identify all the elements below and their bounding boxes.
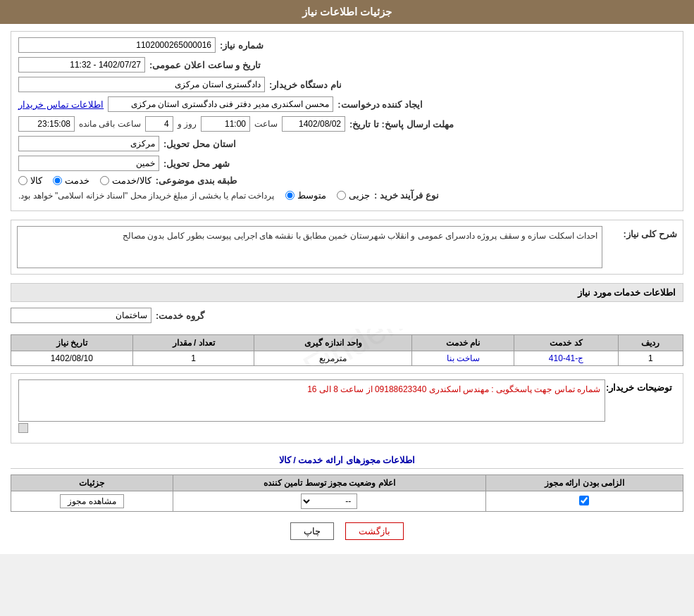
category-label: طبقه بندی موضوعی:: [156, 175, 237, 186]
process-row: نوع فرآیند خرید : جزیی متوسط پرداخت تمام…: [18, 190, 676, 201]
category-kala-khadamat-item: کالا/خدمت: [100, 175, 151, 186]
deadline-date-input[interactable]: [282, 116, 345, 132]
city-row: شهر محل تحویل:: [18, 156, 676, 171]
niaaz-number-row: شماره نیاز:: [18, 37, 676, 53]
deadline-days-input[interactable]: [145, 116, 173, 132]
buyer-desc-container: شماره تماس جهت پاسخگویی : مهندس اسکندری …: [18, 379, 605, 433]
buyer-desc-label: توضیحات خریدار:: [605, 382, 676, 393]
license-section-header: اطلاعات مجوزهای ارائه خدمت / کالا: [11, 452, 683, 469]
license-required-checkbox[interactable]: [579, 496, 589, 505]
cell-code: ج-41-410: [514, 351, 619, 366]
category-kala-radio[interactable]: [18, 176, 27, 185]
niaaz-number-input[interactable]: [18, 37, 216, 53]
services-table: ردیف کد خدمت نام خدمت واحد اندازه گیری ت…: [11, 334, 683, 366]
org-input[interactable]: [18, 77, 265, 92]
lic-cell-required: [485, 491, 683, 512]
cell-unit: مترمربع: [254, 351, 412, 366]
creator-row: ایجاد کننده درخواست: اطلاعات تماس خریدار: [18, 96, 676, 112]
announce-label: تاریخ و ساعت اعلان عمومی:: [149, 60, 261, 70]
creator-input[interactable]: [108, 96, 333, 112]
category-kala-item: کالا: [18, 175, 42, 186]
print-button[interactable]: چاپ: [290, 522, 334, 540]
category-khadamat-item: خدمت: [53, 175, 89, 186]
group-label: گروه خدمت:: [156, 310, 204, 321]
services-title: اطلاعات خدمات مورد نیاز: [11, 283, 683, 302]
deadline-remaining-input[interactable]: [18, 116, 75, 132]
col-header-unit: واحد اندازه گیری: [254, 335, 412, 351]
page-title: جزئیات اطلاعات نیاز: [302, 6, 392, 18]
cell-row: 1: [618, 351, 683, 366]
process-motavaset-radio[interactable]: [285, 191, 295, 200]
announce-row: تاریخ و ساعت اعلان عمومی:: [18, 57, 676, 73]
category-kala-khadamat-label: کالا/خدمت: [112, 175, 151, 186]
buyer-desc-section: توضیحات خریدار: شماره تماس جهت پاسخگویی …: [11, 373, 683, 444]
bottom-buttons: بازگشت چاپ: [11, 522, 683, 540]
process-radio-group: جزیی متوسط: [285, 190, 370, 201]
process-motavaset-item: متوسط: [285, 190, 326, 201]
col-header-name: نام خدمت: [412, 335, 514, 351]
license-show-button[interactable]: مشاهده مجوز: [60, 494, 123, 508]
process-jozei-label: جزیی: [349, 190, 370, 201]
services-section: اطلاعات خدمات مورد نیاز گروه خدمت: AnaFi…: [11, 283, 683, 366]
col-header-row: ردیف: [618, 335, 683, 351]
page-header: جزئیات اطلاعات نیاز: [0, 0, 694, 24]
province-input[interactable]: [18, 136, 159, 151]
process-motavaset-label: متوسط: [297, 190, 326, 201]
province-label: استان محل تحویل:: [163, 139, 236, 149]
deadline-label: مهلت ارسال پاسخ: تا تاریخ:: [349, 119, 454, 130]
process-note: پرداخت تمام یا بخشی از مبلغ خریداز محل "…: [18, 191, 274, 201]
category-radio-group: کالا/خدمت خدمت کالا: [18, 175, 151, 186]
table-row: 1 ج-41-410 ساخت بنا مترمربع 1 1402/08/10: [11, 351, 683, 366]
lic-col-details: جزئیات: [11, 475, 173, 491]
process-label: نوع فرآیند خرید :: [374, 190, 439, 201]
lic-cell-details: مشاهده مجوز: [11, 491, 173, 512]
creator-contact-link[interactable]: اطلاعات تماس خریدار: [18, 99, 104, 110]
back-button[interactable]: بازگشت: [345, 522, 404, 540]
deadline-row: مهلت ارسال پاسخ: تا تاریخ: ساعت روز و سا…: [18, 116, 676, 132]
process-jozei-radio[interactable]: [337, 191, 346, 200]
category-khadamat-label: خدمت: [65, 175, 89, 186]
process-jozei-item: جزیی: [337, 190, 370, 201]
license-status-select[interactable]: --: [301, 494, 357, 509]
announce-value-input[interactable]: [18, 57, 145, 73]
province-row: استان محل تحویل:: [18, 136, 676, 151]
desc-section: شرح کلی نیاز: احداث اسکلت سازه و سقف پرو…: [11, 220, 683, 275]
license-table: الزامی بودن ارائه مجوز اعلام وضعیت مجوز …: [11, 474, 683, 512]
lic-cell-status: --: [173, 491, 485, 512]
license-title: اطلاعات مجوزهای ارائه خدمت / کالا: [279, 455, 416, 465]
category-row: طبقه بندی موضوعی: کالا/خدمت خدمت کالا: [18, 175, 676, 186]
city-label: شهر محل تحویل:: [163, 158, 230, 169]
city-input[interactable]: [18, 156, 159, 171]
col-header-code: کد خدمت: [514, 335, 619, 351]
col-header-date: تاریخ نیاز: [11, 335, 133, 351]
lic-col-status: اعلام وضعیت مجوز توسط تامین کننده: [173, 475, 485, 491]
org-label: نام دستگاه خریدار:: [269, 80, 342, 90]
deadline-time-input[interactable]: [201, 116, 250, 132]
deadline-days-label: روز و: [178, 119, 197, 129]
category-kala-label: کالا: [30, 175, 42, 186]
col-header-qty: تعداد / مقدار: [132, 335, 254, 351]
buyer-desc-value: شماره تماس جهت پاسخگویی : مهندس اسکندری …: [18, 379, 605, 422]
cell-name: ساخت بنا: [412, 351, 514, 366]
license-section: الزامی بودن ارائه مجوز اعلام وضعیت مجوز …: [11, 474, 683, 512]
group-input[interactable]: [11, 308, 151, 323]
niaaz-number-label: شماره نیاز:: [220, 40, 264, 51]
lic-col-required: الزامی بودن ارائه مجوز: [485, 475, 683, 491]
org-row: نام دستگاه خریدار:: [18, 77, 676, 92]
main-info-section: شماره نیاز: تاریخ و ساعت اعلان عمومی: نا…: [11, 31, 683, 211]
buyer-desc-row: توضیحات خریدار: شماره تماس جهت پاسخگویی …: [18, 379, 676, 433]
desc-row: شرح کلی نیاز: احداث اسکلت سازه و سقف پرو…: [17, 226, 677, 268]
creator-label: ایجاد کننده درخواست:: [337, 99, 423, 110]
cell-qty: 1: [132, 351, 254, 366]
category-khadamat-radio[interactable]: [53, 176, 62, 185]
deadline-time-label: ساعت: [254, 119, 278, 129]
group-row: گروه خدمت:: [11, 308, 683, 323]
license-row: -- مشاهده مجوز: [11, 491, 683, 512]
deadline-remaining-label: ساعت باقی مانده: [79, 119, 141, 129]
category-kala-khadamat-radio[interactable]: [100, 176, 109, 185]
resize-handle: [18, 423, 28, 433]
cell-date: 1402/08/10: [11, 351, 133, 366]
desc-value: احداث اسکلت سازه و سقف پروژه دادسرای عمو…: [17, 226, 602, 268]
desc-label: شرح کلی نیاز:: [607, 229, 677, 239]
